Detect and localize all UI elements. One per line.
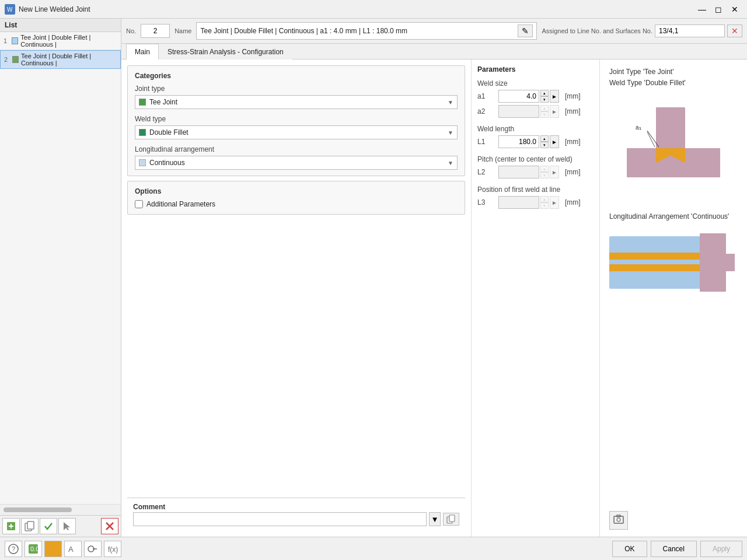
weld-type-color xyxy=(139,129,146,136)
l1-spin-down[interactable]: ▾ xyxy=(540,142,549,148)
svg-text:a₁: a₁ xyxy=(636,124,641,131)
a2-arrow[interactable]: ► xyxy=(550,105,559,118)
a1-arrow[interactable]: ► xyxy=(550,90,559,103)
delete-button[interactable] xyxy=(101,518,118,534)
l3-arrow[interactable]: ► xyxy=(550,196,559,209)
preview-text: Joint Type 'Tee Joint' Weld Type 'Double… xyxy=(609,66,738,89)
comment-input[interactable] xyxy=(133,512,427,526)
list-toolbar xyxy=(0,515,121,537)
maximize-button[interactable]: ◻ xyxy=(711,3,726,16)
l2-spin-up[interactable]: ▴ xyxy=(540,166,549,172)
list-item-color xyxy=(12,37,18,44)
a1-input[interactable] xyxy=(498,90,539,103)
preview-area: Joint Type 'Tee Joint' Weld Type 'Double… xyxy=(600,60,747,537)
form-area: Categories Joint type Tee Joint ▼ Weld t… xyxy=(121,60,472,537)
assigned-edit-button[interactable]: ✕ xyxy=(727,24,742,37)
list-header: List xyxy=(0,19,121,32)
svg-rect-18 xyxy=(609,236,703,289)
long-arrangement-arrow: ▼ xyxy=(448,160,453,166)
additional-params-checkbox[interactable] xyxy=(135,200,143,208)
l3-input[interactable] xyxy=(498,196,539,209)
weld-type-preview: Weld Type 'Double Fillet' xyxy=(609,78,738,89)
app-icon: W xyxy=(5,4,15,15)
weld-size-group: Weld size a1 ▴ ▾ ► [mm] xyxy=(477,79,594,118)
no-input[interactable] xyxy=(141,24,170,38)
new-button[interactable] xyxy=(2,518,20,534)
right-panel: No. Name Tee Joint | Double Fillet | Con… xyxy=(121,19,747,537)
long-arrangement-dropdown[interactable]: Continuous ▼ xyxy=(135,156,458,170)
comment-copy-button[interactable] xyxy=(443,513,459,526)
l2-unit: [mm] xyxy=(565,168,581,176)
screenshot-button[interactable] xyxy=(609,511,628,530)
list-item[interactable]: 1 Tee Joint | Double Fillet | Continuous… xyxy=(0,32,121,50)
long-arrangement-value: Continuous xyxy=(149,159,448,167)
tab-main[interactable]: Main xyxy=(126,44,159,60)
joint-type-value: Tee Joint xyxy=(149,98,448,106)
parameters-area: Parameters Weld size a1 ▴ ▾ xyxy=(472,60,600,537)
close-button[interactable]: ✕ xyxy=(727,3,742,16)
select-button[interactable] xyxy=(58,518,76,534)
comment-inner: ▼ xyxy=(133,512,459,526)
tee-joint-svg: a₁ xyxy=(615,102,732,195)
a2-spin-down[interactable]: ▾ xyxy=(540,111,549,118)
comment-label: Comment xyxy=(133,503,459,511)
comment-dropdown-button[interactable]: ▼ xyxy=(429,512,441,526)
l2-arrow[interactable]: ► xyxy=(550,166,559,178)
l1-label: L1 xyxy=(477,138,495,146)
name-edit-button[interactable]: ✎ xyxy=(518,24,533,37)
tool-btn-1[interactable]: ? xyxy=(5,541,22,557)
l1-spin-up[interactable]: ▴ xyxy=(540,135,549,142)
list-item[interactable]: 2 Tee Joint | Double Fillet | Continuous… xyxy=(0,50,121,69)
joint-illustration: a₁ xyxy=(609,96,738,201)
a2-spin-up[interactable]: ▴ xyxy=(540,105,549,111)
options-title: Options xyxy=(135,187,458,195)
l2-spin-down[interactable]: ▾ xyxy=(540,172,549,178)
apply-button[interactable]: Apply xyxy=(700,541,742,557)
window-title: New Line Welded Joint xyxy=(19,5,90,13)
tool-btn-2[interactable]: 0.0 xyxy=(25,541,42,557)
l3-label: L3 xyxy=(477,198,495,206)
tool-btn-5[interactable] xyxy=(84,541,102,557)
l1-unit: [mm] xyxy=(565,138,581,146)
list-area: 1 Tee Joint | Double Fillet | Continuous… xyxy=(0,32,121,504)
ok-button[interactable]: OK xyxy=(612,541,647,557)
svg-rect-20 xyxy=(609,264,703,271)
a2-input[interactable] xyxy=(498,105,539,118)
svg-text:f(x): f(x) xyxy=(108,545,118,554)
tab-stress[interactable]: Stress-Strain Analysis - Configuration xyxy=(159,44,292,60)
a1-spin-down[interactable]: ▾ xyxy=(540,96,549,103)
svg-text:?: ? xyxy=(12,545,15,552)
minimize-button[interactable]: — xyxy=(694,3,710,16)
joint-type-preview: Joint Type 'Tee Joint' xyxy=(609,66,738,78)
tool-btn-4[interactable]: A xyxy=(64,541,82,557)
weld-type-dropdown[interactable]: Double Fillet ▼ xyxy=(135,125,458,139)
l1-arrow[interactable]: ► xyxy=(550,135,559,148)
a1-spin-up[interactable]: ▴ xyxy=(540,90,549,96)
tool-btn-3[interactable] xyxy=(44,541,62,557)
l1-input[interactable] xyxy=(498,135,539,148)
parameters-title: Parameters xyxy=(477,65,594,74)
svg-rect-10 xyxy=(449,515,455,522)
cancel-button[interactable]: Cancel xyxy=(651,541,697,557)
svg-text:A: A xyxy=(68,545,74,554)
check-button[interactable] xyxy=(40,518,57,534)
joint-type-dropdown[interactable]: Tee Joint ▼ xyxy=(135,95,458,109)
duplicate-button[interactable] xyxy=(21,518,39,534)
l3-spin-up[interactable]: ▴ xyxy=(540,196,549,202)
bottom-toolbar: ? 0.0 A f(x) OK Cancel Apply xyxy=(0,537,747,560)
a2-label: a2 xyxy=(477,107,495,116)
l3-spin-down[interactable]: ▾ xyxy=(540,202,549,209)
list-item-color xyxy=(12,56,19,63)
l2-input[interactable] xyxy=(498,166,539,178)
name-label: Name xyxy=(174,27,191,34)
svg-rect-23 xyxy=(614,516,623,523)
arrangement-illustration xyxy=(609,228,738,298)
assigned-input[interactable] xyxy=(655,24,725,37)
list-panel: List 1 Tee Joint | Double Fillet | Conti… xyxy=(0,19,121,537)
arrangement-text: Longitudinal Arrangement 'Continuous' xyxy=(609,212,738,220)
tabs-bar: Main Stress-Strain Analysis - Configurat… xyxy=(121,44,747,60)
pitch-group: Pitch (center to center of weld) L2 ▴ ▾ … xyxy=(477,155,594,178)
long-arrangement-color xyxy=(139,159,146,166)
tool-btn-6[interactable]: f(x) xyxy=(104,541,121,557)
categories-section: Categories Joint type Tee Joint ▼ Weld t… xyxy=(127,65,465,176)
